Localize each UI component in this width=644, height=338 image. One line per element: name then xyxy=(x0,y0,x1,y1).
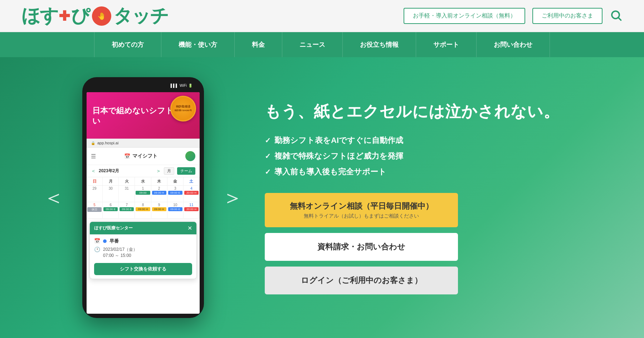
popup-title-text: ほすび医療センター xyxy=(94,225,133,231)
logo-touch-inner: 🤚 xyxy=(97,12,106,20)
logo-text2: ぴ xyxy=(71,4,90,29)
popup-shift-label: 早番 xyxy=(109,238,119,244)
cta-secondary-button[interactable]: 資料請求・お問い合わせ xyxy=(265,233,458,261)
logo: ほす ✚ ぴ 🤚 タッチ xyxy=(21,4,168,29)
hero-content: もう、紙とエクセルには泣かされない。 ✓ 勤務シフト表をAIですぐに自動作成 ✓… xyxy=(236,101,615,294)
hero-feature-2: ✓ 複雑で特殊なシフトほど威力を発揮 xyxy=(265,151,615,161)
consultation-button[interactable]: お手軽・導入前オンライン相談（無料） xyxy=(404,8,525,24)
cal-header-fri: 金 xyxy=(167,177,184,185)
app-title-text: マイシフト xyxy=(132,153,157,159)
nav-item-pricing[interactable]: 料金 xyxy=(235,32,282,57)
carousel-next-button[interactable]: ＞ xyxy=(222,183,243,212)
shift-tag: 休日 xyxy=(87,207,102,212)
hero-section: ＜ ▌▌▌ WiFi 🔋 日本で組めないシフトは無い 特許取得済 xyxy=(0,57,644,338)
shift-tag: 09:00 H xyxy=(152,207,166,211)
cal-row-1: 29 30 31 109:00 209:00 H 309:00 E 420:00… xyxy=(87,186,200,202)
feature-text-1: 勤務シフト表をAIですぐに自動作成 xyxy=(274,135,403,146)
cal-cell-1-1: 29 xyxy=(87,186,103,202)
cta-primary-sub-text: 無料トライアル（お試し）もまずはご相談ください xyxy=(276,213,447,219)
phone-app-header: ☰ 📅 マイシフト xyxy=(87,148,200,165)
nav-item-features[interactable]: 機能・使い方 xyxy=(161,32,235,57)
date-next-button[interactable]: ＞ xyxy=(156,168,161,174)
nav-item-contact[interactable]: お問い合わせ xyxy=(477,32,550,57)
cal-cell-1-3: 31 xyxy=(119,186,135,202)
cal-cell-2-4: 809:00 H xyxy=(135,202,151,218)
feature-text-3: 導入前も導入後も完全サポート xyxy=(274,166,386,177)
cal-cell-1-4: 109:00 xyxy=(135,186,151,202)
hamburger-icon[interactable]: ☰ xyxy=(91,153,96,160)
shift-tag: 09:00 E xyxy=(119,207,134,211)
popup-shift-row: 📅 早番 xyxy=(94,238,192,244)
signal-icon: ▌▌▌ xyxy=(171,84,178,88)
calendar-icon: 📅 xyxy=(124,153,130,159)
phone-screen: 日本で組めないシフトは無い 特許取得済 特許第7324260号 🔒 app.ho… xyxy=(87,92,200,314)
hero-feature-1: ✓ 勤務シフト表をAIですぐに自動作成 xyxy=(265,135,615,146)
popup-body: 📅 早番 🕐 2023/02/17（金） 07:00 ～ 15:00 シフト交換… xyxy=(90,234,196,279)
date-label: 2023年2月 xyxy=(99,168,153,174)
popup-date-text: 2023/02/17（金） xyxy=(103,247,137,253)
nav-item-info[interactable]: お役立ち情報 xyxy=(343,32,416,57)
check-icon-1: ✓ xyxy=(265,136,271,145)
shift-tag: 20:00 H xyxy=(184,207,199,211)
patent-badge-text: 特許取得済 特許第7324260号 xyxy=(175,105,191,113)
cal-header-sat: 土 xyxy=(184,177,200,185)
clock-icon-popup: 🕐 xyxy=(94,247,100,252)
feature-text-2: 複雑で特殊なシフトほど威力を発揮 xyxy=(274,151,403,161)
logo-text: ほす xyxy=(21,4,58,29)
svg-line-1 xyxy=(619,18,621,20)
logo-touch-icon: 🤚 xyxy=(92,6,111,26)
view-team-button[interactable]: チーム xyxy=(177,167,195,175)
shift-tag: 20:00 H xyxy=(184,191,199,195)
carousel-prev-button[interactable]: ＜ xyxy=(43,183,64,212)
cal-header-row: 日 月 火 水 木 金 土 xyxy=(87,177,200,186)
date-prev-button[interactable]: ＜ xyxy=(91,168,96,174)
cal-header-wed: 水 xyxy=(135,177,151,185)
phone-banner: 日本で組めないシフトは無い 特許取得済 特許第7324260号 xyxy=(87,92,200,139)
check-icon-2: ✓ xyxy=(265,152,271,160)
cal-cell-1-6: 309:00 E xyxy=(167,186,184,202)
battery-icon: 🔋 xyxy=(188,84,192,88)
popup-header: ほすび医療センター ✕ xyxy=(90,222,196,234)
logo-cross-icon: ✚ xyxy=(59,8,70,24)
shift-tag: 09:00 H xyxy=(152,191,166,195)
cal-cell-2-2: 609:00 E xyxy=(103,202,119,218)
shift-tag: 09:00 E xyxy=(168,207,182,211)
user-avatar[interactable] xyxy=(185,151,195,161)
customer-button[interactable]: ご利用中のお客さま xyxy=(532,8,602,24)
cal-cell-2-1: 5休日 xyxy=(87,202,103,218)
phone-notch xyxy=(122,81,165,90)
shift-tag: 09:00 H xyxy=(136,207,150,211)
shift-tag: 09:00 E xyxy=(103,207,118,211)
popup-date-row: 🕐 2023/02/17（金） 07:00 ～ 15:00 xyxy=(94,247,192,259)
popup-time-text: 07:00 ～ 15:00 xyxy=(103,253,137,259)
address-text: app.hospi.ai xyxy=(97,141,118,145)
phone-mockup: ▌▌▌ WiFi 🔋 日本で組めないシフトは無い 特許取得済 特許第732426… xyxy=(82,77,204,318)
popup-close-button[interactable]: ✕ xyxy=(187,225,192,232)
nav-item-first[interactable]: 初めての方 xyxy=(94,32,161,57)
cal-cell-2-6: 1009:00 E xyxy=(167,202,184,218)
cta-tertiary-button[interactable]: ログイン（ご利用中のお客さま） xyxy=(265,267,458,294)
cal-header-thu: 木 xyxy=(151,177,167,185)
cal-cell-1-5: 209:00 H xyxy=(151,186,167,202)
shift-tag: 09:00 xyxy=(136,191,150,195)
phone-app-title: 📅 マイシフト xyxy=(124,153,157,159)
cal-header-mon: 月 xyxy=(103,177,119,185)
cta-primary-button[interactable]: 無料オンライン相談（平日毎日開催中） 無料トライアル（お試し）もまずはご相談くだ… xyxy=(265,193,458,227)
cal-header-sun: 日 xyxy=(87,177,103,185)
hero-features: ✓ 勤務シフト表をAIですぐに自動作成 ✓ 複雑で特殊なシフトほど威力を発揮 ✓… xyxy=(265,135,615,177)
patent-line2: 特許第7324260号 xyxy=(175,109,191,111)
search-icon[interactable] xyxy=(610,9,623,23)
main-nav: 初めての方 機能・使い方 料金 ニュース お役立ち情報 サポート お問い合わせ xyxy=(0,32,644,57)
cal-cell-1-2: 30 xyxy=(103,186,119,202)
patent-badge: 特許取得済 特許第7324260号 xyxy=(170,96,196,121)
nav-item-news[interactable]: ニュース xyxy=(282,32,343,57)
popup-date-info: 2023/02/17（金） 07:00 ～ 15:00 xyxy=(103,247,137,259)
cta-primary-main-text: 無料オンライン相談（平日毎日開催中） xyxy=(276,201,447,212)
view-month-button[interactable]: 月 xyxy=(164,167,174,175)
calendar-icon-popup: 📅 xyxy=(94,238,100,244)
cal-cell-2-3: 709:00 E xyxy=(119,202,135,218)
nav-item-support[interactable]: サポート xyxy=(416,32,477,57)
phone-notch-bar: ▌▌▌ WiFi 🔋 xyxy=(87,81,200,92)
shift-exchange-button[interactable]: シフト交換を依頼する xyxy=(94,263,192,275)
shift-color-dot xyxy=(103,239,107,243)
